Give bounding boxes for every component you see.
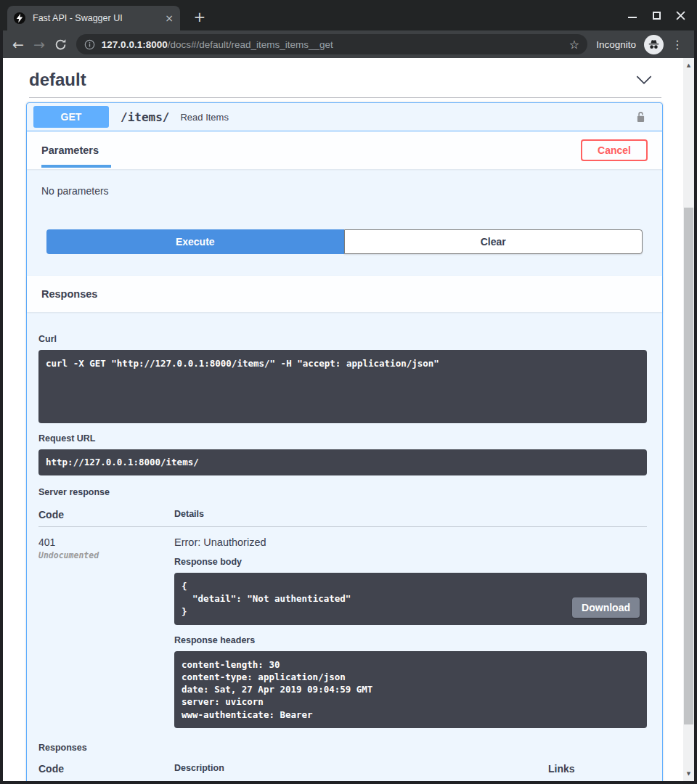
window-controls [627,0,697,30]
response-error-text: Error: Unauthorized [174,536,647,548]
details-cell: Error: Unauthorized Response body { "det… [174,536,647,728]
url-text[interactable]: 127.0.0.1:8000/docs#/default/read_items_… [102,39,563,50]
status-cell: 401 Undocumented [38,536,174,728]
incognito-label: Incognito [596,39,636,50]
browser-window: Fast API - Swagger UI × + ← → 127.0.0.1:… [0,0,697,784]
back-button[interactable]: ← [12,38,24,52]
cancel-button[interactable]: Cancel [581,139,648,161]
endpoint-path: /items/ [121,110,169,124]
maximize-button[interactable] [651,10,661,20]
parameters-tab[interactable]: Parameters [41,131,99,169]
endpoint-summary: Read Items [180,112,228,123]
response-body-wrap: { "detail": "Not authenticated" } Downlo… [174,573,647,625]
scrollbar[interactable]: ▲ ▼ [683,58,694,781]
scrollbar-thumb[interactable] [684,208,693,724]
bookmark-star-icon[interactable]: ☆ [569,38,579,52]
response-headers-value: content-length: 30 content-type: applica… [174,651,647,728]
chevron-down-icon[interactable] [635,75,661,86]
forward-button[interactable]: → [33,38,45,52]
parameters-body: No parameters Execute Clear [27,169,662,276]
response-body-label: Response body [174,557,647,567]
responses-header: Responses [27,276,662,312]
fastapi-favicon-icon [14,12,25,24]
parameters-tab-label: Parameters [41,144,99,156]
curl-command: curl -X GET "http://127.0.0.1:8000/items… [38,350,647,423]
responses-section-title: Responses [41,288,97,300]
documented-responses-label: Responses [38,743,647,753]
http-method-badge: GET [33,106,109,128]
responses-table-header: Code Description Links [38,763,647,781]
code-column-header: Code [38,509,174,520]
parameters-header: Parameters Cancel [27,131,662,169]
reload-button[interactable] [54,38,67,51]
api-section-title: default [29,70,86,90]
operation-block: GET /items/ Read Items Parameters Cancel… [26,102,663,781]
tab-strip: Fast API - Swagger UI × + [0,0,697,30]
close-window-button[interactable] [675,10,685,20]
undocumented-note: Undocumented [38,550,174,560]
tab-title: Fast API - Swagger UI [33,13,160,23]
minimize-button[interactable] [627,10,637,20]
active-tab-indicator [41,165,111,168]
scroll-down-arrow[interactable]: ▼ [683,771,694,777]
request-url-value: http://127.0.0.1:8000/items/ [38,449,647,475]
scroll-up-arrow[interactable]: ▲ [683,62,694,68]
no-parameters-text: No parameters [27,169,662,197]
section-divider [29,97,661,98]
browser-tab[interactable]: Fast API - Swagger UI × [7,6,180,30]
details-column-header: Details [174,509,647,520]
responses-body: Curl curl -X GET "http://127.0.0.1:8000/… [27,312,662,781]
live-response-row: 401 Undocumented Error: Unauthorized Res… [38,527,647,728]
execute-button[interactable]: Execute [46,229,344,254]
close-tab-icon[interactable]: × [165,13,174,23]
curl-label: Curl [38,334,647,344]
operation-summary[interactable]: GET /items/ Read Items [27,103,662,131]
links-column-header: Links [548,763,647,775]
clear-button[interactable]: Clear [344,229,643,254]
browser-menu-icon[interactable]: ⋮ [672,38,683,52]
status-code: 401 [38,536,174,548]
new-tab-button[interactable]: + [189,7,210,28]
site-info-icon[interactable] [84,39,95,50]
swagger-page: default GET /items/ Read Items Parameter… [3,58,683,781]
code-column-header: Code [38,763,174,775]
download-button[interactable]: Download [572,597,640,618]
incognito-icon [644,35,664,54]
response-headers-label: Response headers [174,635,647,645]
description-column-header: Description [174,763,548,775]
execute-row: Execute Clear [27,197,662,276]
browser-toolbar: ← → 127.0.0.1:8000/docs#/default/read_it… [3,30,694,58]
server-response-label: Server response [38,487,647,497]
request-url-label: Request URL [38,433,647,444]
live-response-table-header: Code Details [38,509,647,527]
address-bar[interactable]: 127.0.0.1:8000/docs#/default/read_items_… [76,34,587,54]
unlock-icon[interactable] [635,110,647,125]
